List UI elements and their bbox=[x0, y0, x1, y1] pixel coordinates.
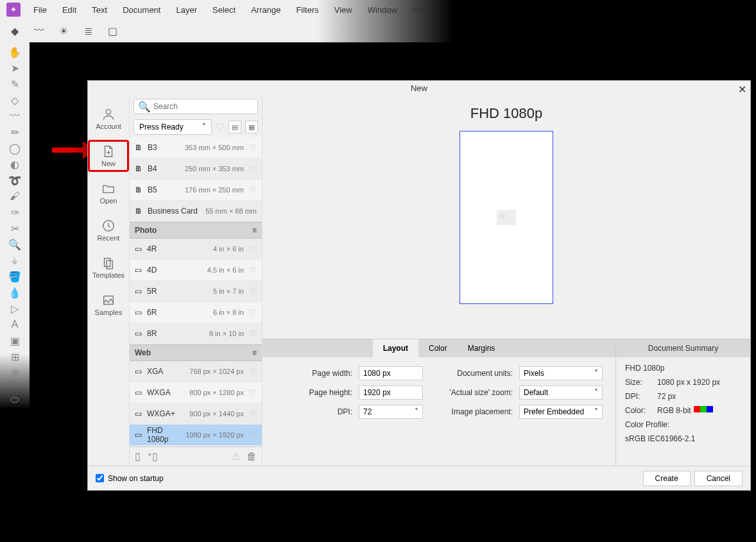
pen-tool-icon[interactable]: ✎ bbox=[9, 78, 21, 90]
heart-icon[interactable]: ♡ bbox=[249, 430, 257, 440]
magnify-tool-icon[interactable]: ⊕ bbox=[9, 367, 21, 378]
preset-row[interactable]: 🗎B4250 mm × 353 mm♡ bbox=[130, 158, 262, 180]
view-list-icon[interactable]: ▤ bbox=[228, 121, 241, 133]
bucket-tool-icon[interactable]: 🪣 bbox=[9, 271, 21, 282]
color-swap-icon[interactable]: ⬭ bbox=[9, 394, 21, 405]
ellipse-tool-icon[interactable]: ◯ bbox=[9, 142, 21, 154]
spiral-tool-icon[interactable]: ➰ bbox=[9, 174, 21, 186]
move-tool-icon[interactable]: ➤ bbox=[9, 62, 21, 74]
preset-row-selected[interactable]: ▭FHD 1080p1080 px × 1920 px♡ bbox=[130, 425, 262, 446]
nav-new[interactable]: New bbox=[88, 140, 129, 172]
show-on-startup-checkbox[interactable]: Show on startup bbox=[96, 474, 164, 483]
zoom-tool-icon[interactable]: 🔍 bbox=[9, 239, 21, 250]
menu-edit[interactable]: Edit bbox=[56, 5, 83, 15]
heart-icon[interactable]: ♡ bbox=[249, 164, 257, 174]
toolbar-logo-icon[interactable]: ◆ bbox=[8, 24, 22, 38]
preset-row[interactable]: ▭WXGA+900 px × 1440 px♡ bbox=[130, 403, 262, 425]
preset-row[interactable]: ▭XGA768 px × 1024 px♡ bbox=[130, 361, 262, 382]
context-toolbar: ◆ 〰 ☀ ≣ ▢ bbox=[0, 19, 756, 42]
preset-row[interactable]: ▭5R5 in × 7 in♡ bbox=[130, 281, 262, 302]
search-input[interactable]: 🔍 bbox=[133, 99, 258, 114]
menu-document[interactable]: Document bbox=[116, 5, 167, 15]
menu-text[interactable]: Text bbox=[85, 5, 114, 15]
nav-account[interactable]: Account bbox=[88, 103, 129, 135]
svg-rect-2 bbox=[105, 258, 110, 267]
search-field[interactable] bbox=[153, 102, 253, 111]
menu-filters[interactable]: Filters bbox=[289, 5, 325, 15]
checkbox-input[interactable] bbox=[96, 474, 104, 482]
toolbar-box-icon[interactable]: ▢ bbox=[105, 24, 119, 38]
hand-tool-icon[interactable]: ✋ bbox=[9, 46, 21, 58]
heart-icon[interactable]: ♡ bbox=[249, 244, 257, 254]
close-icon[interactable]: ✕ bbox=[738, 82, 746, 97]
toolbar-wave-icon[interactable]: 〰 bbox=[32, 24, 46, 38]
menu-icon[interactable]: ≡ bbox=[252, 348, 257, 357]
preset-row[interactable]: ▭WXGA800 px × 1280 px♡ bbox=[130, 382, 262, 403]
paint-tool-icon[interactable]: 🖌 bbox=[9, 191, 21, 202]
tab-layout[interactable]: Layout bbox=[373, 339, 418, 357]
fill-tool-icon[interactable]: ◐ bbox=[9, 158, 21, 170]
nav-samples[interactable]: Samples bbox=[88, 289, 129, 321]
eyedrop-tool-icon[interactable]: 💧 bbox=[9, 287, 21, 298]
trash-icon[interactable]: 🗑 bbox=[246, 451, 257, 462]
frame-tool-icon[interactable]: ▣ bbox=[9, 335, 21, 346]
cancel-button[interactable]: Cancel bbox=[694, 471, 743, 486]
grid-tool-icon[interactable]: ⊞ bbox=[9, 351, 21, 362]
menu-layer[interactable]: Layer bbox=[169, 5, 203, 15]
nav-recent[interactable]: Recent bbox=[88, 214, 129, 246]
stamp-tool-icon[interactable]: ⏚ bbox=[9, 255, 21, 266]
heart-icon[interactable]: ♡ bbox=[216, 121, 225, 133]
heart-icon[interactable]: ♡ bbox=[249, 367, 257, 377]
toolbar-stack-icon[interactable]: ≣ bbox=[81, 24, 95, 38]
knife-tool-icon[interactable]: ✂ bbox=[9, 223, 21, 234]
triangle-tool-icon[interactable]: ▷ bbox=[9, 303, 21, 314]
node-tool-icon[interactable]: ◇ bbox=[9, 94, 21, 106]
placement-select[interactable]: Prefer Embedded˅ bbox=[519, 405, 603, 419]
nav-templates[interactable]: Templates bbox=[88, 251, 129, 284]
pencil-tool-icon[interactable]: ✏ bbox=[9, 126, 21, 138]
pen2-tool-icon[interactable]: ✑ bbox=[9, 207, 21, 218]
page-width-input[interactable]: 1080 px bbox=[359, 366, 423, 380]
preview-page bbox=[460, 131, 553, 304]
menu-view[interactable]: View bbox=[328, 5, 359, 15]
preset-row[interactable]: 🗎Business Card55 mm × 88 mm bbox=[130, 201, 262, 222]
preset-row[interactable]: ▭6R6 in × 8 in♡ bbox=[130, 302, 262, 323]
menu-arrange[interactable]: Arrange bbox=[245, 5, 287, 15]
preset-row[interactable]: 🗎B5176 mm × 250 mm♡ bbox=[130, 180, 262, 201]
view-grid-icon[interactable]: ▦ bbox=[245, 121, 258, 133]
menu-help[interactable]: Help bbox=[406, 5, 436, 15]
tab-margins[interactable]: Margins bbox=[458, 339, 506, 357]
page-add-icon[interactable]: ▯ bbox=[135, 450, 141, 462]
menu-icon[interactable]: ≡ bbox=[252, 226, 257, 235]
preset-row[interactable]: ▭8R8 in × 10 in♡ bbox=[130, 323, 262, 344]
heart-icon[interactable]: ♡ bbox=[249, 308, 257, 318]
heart-icon[interactable]: ♡ bbox=[249, 388, 257, 398]
tab-color[interactable]: Color bbox=[418, 339, 458, 357]
menu-select[interactable]: Select bbox=[206, 5, 242, 15]
heart-icon[interactable]: ♡ bbox=[249, 329, 257, 339]
units-select[interactable]: Pixels˅ bbox=[519, 366, 603, 380]
warning-icon[interactable]: ⚠ bbox=[231, 450, 240, 462]
category-select[interactable]: Press Ready ˅ bbox=[133, 119, 212, 135]
preset-row[interactable]: ▭4D4.5 in × 6 in♡ bbox=[130, 260, 262, 281]
text-tool-icon[interactable]: A bbox=[9, 319, 21, 330]
toolbar-sun-icon[interactable]: ☀ bbox=[56, 24, 71, 38]
menu-file[interactable]: File bbox=[27, 5, 53, 15]
preset-list[interactable]: 🗎B3353 mm × 500 mm♡ 🗎B4250 mm × 353 mm♡ … bbox=[130, 137, 262, 446]
preset-row[interactable]: ▭4R4 in × 6 in♡ bbox=[130, 239, 262, 260]
preset-row[interactable]: 🗎B3353 mm × 500 mm♡ bbox=[130, 137, 262, 158]
heart-icon[interactable]: ♡ bbox=[249, 266, 257, 275]
dpi-select[interactable]: 72˅ bbox=[359, 405, 423, 419]
page-icon: ▭ bbox=[135, 308, 142, 317]
page-height-input[interactable]: 1920 px bbox=[359, 385, 423, 400]
brush-tool-icon[interactable]: 〰 bbox=[9, 110, 21, 122]
preset-add-icon[interactable]: ⁺▯ bbox=[147, 450, 158, 462]
nav-open[interactable]: Open bbox=[88, 177, 129, 209]
menu-window[interactable]: Window bbox=[361, 5, 404, 15]
create-button[interactable]: Create bbox=[643, 471, 691, 486]
zoom-select[interactable]: Default˅ bbox=[519, 385, 603, 400]
heart-icon[interactable]: ♡ bbox=[249, 143, 257, 153]
heart-icon[interactable]: ♡ bbox=[249, 409, 257, 419]
heart-icon[interactable]: ♡ bbox=[249, 185, 257, 195]
heart-icon[interactable]: ♡ bbox=[249, 287, 257, 296]
